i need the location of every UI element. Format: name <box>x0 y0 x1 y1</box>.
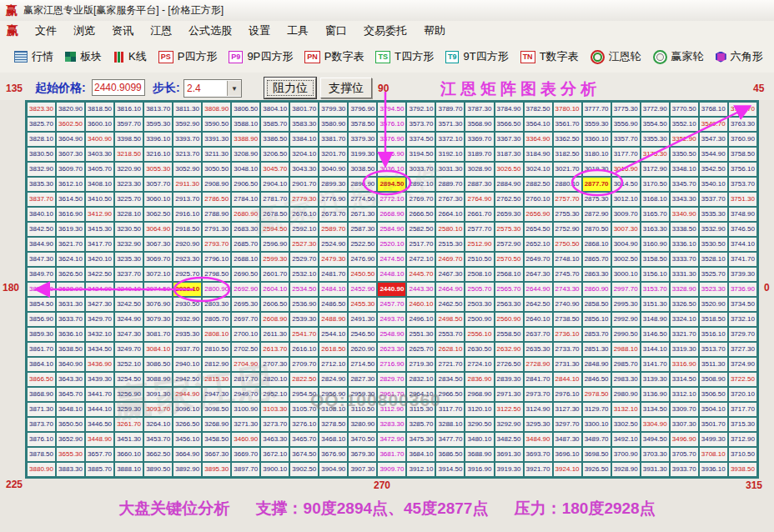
grid-cell: 3295.30 <box>524 417 553 432</box>
grid-cell: 3561.70 <box>553 117 582 132</box>
grid-cell: 3069.70 <box>143 252 173 267</box>
toolbar-button-板块[interactable]: 板块 <box>59 47 108 67</box>
grid-cell: 3429.70 <box>85 312 114 327</box>
grid-cell: 2580.10 <box>435 222 465 237</box>
grid-cell: 2836.90 <box>465 372 494 387</box>
toolbar-button-六角形[interactable]: 六角形 <box>710 47 769 67</box>
grid-cell: 2832.10 <box>406 372 435 387</box>
dropdown-arrow-icon[interactable]: ▼ <box>227 81 241 96</box>
menu-item[interactable]: 浏览 <box>65 22 103 40</box>
grid-cell: 3547.30 <box>699 132 728 147</box>
grid-cell: 2536.90 <box>289 297 319 312</box>
toolbar-button-9T四方形[interactable]: T99T四方形 <box>440 47 515 67</box>
grid-cell: 3909.70 <box>377 462 406 477</box>
grid-cell: 2721.70 <box>435 357 465 372</box>
grid-cell: 3650.50 <box>56 417 85 432</box>
menu-item[interactable]: 公式选股 <box>180 22 240 40</box>
grid-cell: 3268.90 <box>202 417 231 432</box>
grid-cell: 3628.90 <box>56 282 85 297</box>
axis-label-225: 225 <box>6 479 23 490</box>
grid-cell: 3772.90 <box>641 102 670 117</box>
grid-cell: 3676.90 <box>319 447 348 462</box>
menu-item[interactable]: 工具 <box>279 22 317 40</box>
toolbar-label: 板块 <box>80 49 102 64</box>
grid-cell: 3168.10 <box>641 192 670 207</box>
grid-cell: 3444.10 <box>85 402 114 417</box>
grid-cell: 3458.50 <box>202 432 231 447</box>
grid-cell: 3028.90 <box>465 162 494 177</box>
grid-cell: 2592.10 <box>289 222 319 237</box>
grid-cell: 3153.70 <box>641 282 670 297</box>
toolbar-button-T四方形[interactable]: TST四方形 <box>369 47 439 67</box>
toolbar-label: 六角形 <box>731 49 763 64</box>
grid-cell: 2824.90 <box>319 372 348 387</box>
grid-cell: 2940.10 <box>173 357 202 372</box>
grid-cell: 2712.10 <box>319 357 348 372</box>
menu-item[interactable]: 资讯 <box>103 22 142 40</box>
grid-cell: 3259.30 <box>114 402 143 417</box>
grid-cell: 3338.50 <box>670 222 699 237</box>
grid-cell: 2683.30 <box>231 222 260 237</box>
grid-cell: 3765.70 <box>728 102 757 117</box>
grid-cell: 3040.90 <box>319 162 348 177</box>
grid-cell: 3225.70 <box>114 192 143 207</box>
toolbar-button-赢家轮[interactable]: 赢家轮 <box>647 47 710 67</box>
menu-item[interactable]: 帮助 <box>415 22 454 40</box>
grid-cell: 2452.90 <box>348 282 377 297</box>
grid-cell: 3254.50 <box>114 372 143 387</box>
grid-cell: 3746.50 <box>728 222 757 237</box>
grid-cell: 3249.70 <box>114 342 143 357</box>
menu-item[interactable]: 窗口 <box>317 22 355 40</box>
grid-cell: 3103.30 <box>260 402 289 417</box>
toolbar-button-P四方形[interactable]: PSP四方形 <box>153 47 224 67</box>
grid-cell: 2911.30 <box>173 177 202 192</box>
grid-cell: 3012.10 <box>611 192 641 207</box>
grid-cell: 3024.10 <box>524 162 553 177</box>
grid-cell: 3686.50 <box>435 447 465 462</box>
grid-cell: 2690.50 <box>231 267 260 282</box>
grid-cell: 2980.90 <box>611 387 641 402</box>
grid-cell: 3052.90 <box>173 162 202 177</box>
grid-cell: 3220.90 <box>114 162 143 177</box>
toolbar-button-T数字表[interactable]: TNT数字表 <box>515 47 585 67</box>
menu-item[interactable]: 江恩 <box>142 22 180 40</box>
grid-cell: 3784.90 <box>495 102 524 117</box>
grid-cell: 3907.30 <box>348 462 377 477</box>
grid-cell: 2575.30 <box>495 222 524 237</box>
toolbar-button-行情[interactable]: 行情 <box>8 47 59 67</box>
grid-cell: 2608.90 <box>260 312 289 327</box>
toolbar-button-P数字表[interactable]: PNP数字表 <box>299 47 369 67</box>
grid-cell: 2839.30 <box>495 372 524 387</box>
menu-item[interactable]: 设置 <box>240 22 279 40</box>
support-button[interactable]: 支撑位 <box>320 78 372 98</box>
grid-cell: 3852.10 <box>27 282 56 297</box>
grid-cell: 3626.50 <box>56 267 85 282</box>
grid-cell: 3616.90 <box>56 207 85 222</box>
grid-cell: 2464.90 <box>435 282 465 297</box>
grid-cell: 3033.70 <box>406 162 435 177</box>
grid-cell: 3280.90 <box>348 417 377 432</box>
toolbar-button-K线[interactable]: K线 <box>108 47 153 67</box>
toolbar-button-9P四方形[interactable]: P99P四方形 <box>223 47 299 67</box>
grid-cell: 3849.70 <box>27 267 56 282</box>
menu-item[interactable]: 文件 <box>27 22 65 40</box>
step-select[interactable]: 2.4 ▼ <box>183 79 242 98</box>
grid-cell: 3427.30 <box>85 297 114 312</box>
grid-cell: 2848.90 <box>582 357 611 372</box>
grid-cell: 2875.30 <box>582 192 611 207</box>
grid-cell: 3415.30 <box>85 222 114 237</box>
toolbar-button-赢家服务[interactable]: $赢家服务 <box>769 47 774 67</box>
chart-title: 江恩矩阵图表分析 <box>440 78 601 100</box>
grid-cell: 2968.90 <box>465 387 494 402</box>
grid-cell: 3456.10 <box>173 432 202 447</box>
grid-cell: 3393.70 <box>173 132 202 147</box>
grid-cell: 3722.50 <box>728 372 757 387</box>
toolbar-button-江恩轮[interactable]: 江恩轮 <box>585 47 647 67</box>
grid-cell: 3031.30 <box>435 162 465 177</box>
menu-item[interactable]: 交易委托 <box>355 22 415 40</box>
grid-cell: 3372.10 <box>435 132 465 147</box>
resistance-button[interactable]: 阻力位 <box>264 78 316 98</box>
grid-cell: 3386.50 <box>260 132 289 147</box>
start-price-input[interactable] <box>92 79 145 96</box>
grid-cell: 2899.30 <box>319 177 348 192</box>
